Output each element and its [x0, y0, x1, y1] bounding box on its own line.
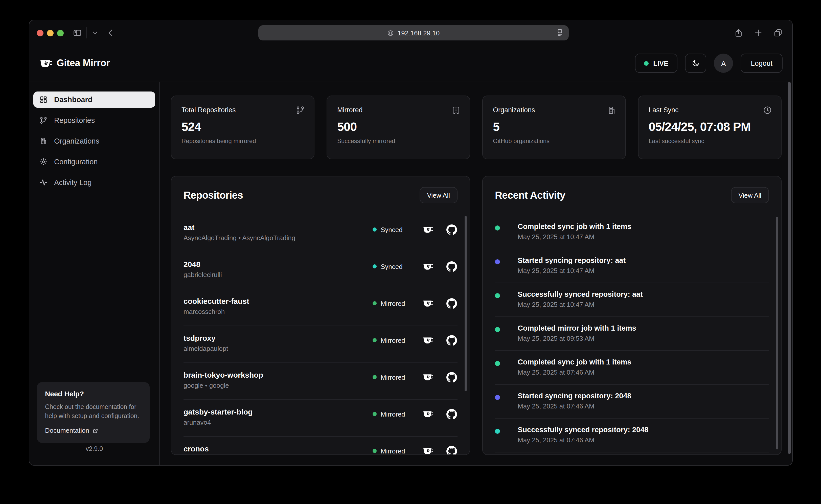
sidebar-item-icon	[39, 116, 48, 124]
gitea-link-icon[interactable]	[422, 298, 433, 308]
help-title: Need Help?	[45, 390, 142, 398]
close-window-button[interactable]	[37, 30, 43, 36]
toolbar-actions	[734, 20, 783, 45]
stat-card-title: Mirrored	[337, 106, 460, 114]
minimize-window-button[interactable]	[47, 30, 54, 36]
repository-row[interactable]: brain-tokyo-workshop google • google Mir…	[184, 363, 458, 400]
repository-owner: arunavo4	[184, 419, 373, 426]
zoom-window-button[interactable]	[57, 30, 64, 36]
gitea-link-icon[interactable]	[422, 224, 433, 235]
repositories-scrollbar[interactable]	[465, 216, 467, 391]
repository-row[interactable]: aat AsyncAlgoTrading • AsyncAlgoTrading …	[184, 215, 458, 252]
tab-overview-icon[interactable]	[773, 28, 783, 37]
github-link-icon[interactable]	[446, 409, 458, 419]
activity-dot	[495, 225, 500, 231]
repository-row[interactable]: tsdproxy almeidapaulopt Mirrored	[184, 326, 458, 363]
avatar-letter: A	[721, 59, 726, 67]
gitea-cup-icon	[39, 57, 52, 69]
page-scrollbar[interactable]	[788, 82, 791, 454]
stat-card-value: 524	[181, 120, 304, 134]
repository-name: cookiecutter-faust	[184, 297, 373, 305]
gitea-link-icon[interactable]	[422, 261, 433, 271]
repository-row[interactable]: 2048 gabrielecirulli Synced	[184, 252, 458, 289]
sidebar-item-icon	[39, 178, 48, 187]
gitea-link-icon[interactable]	[422, 446, 433, 454]
repository-actions: Mirrored	[373, 298, 458, 308]
logout-button[interactable]: Logout	[741, 54, 783, 73]
app-version: v2.9.0	[29, 445, 159, 452]
gitea-link-icon[interactable]	[422, 335, 433, 345]
theme-toggle-button[interactable]	[685, 54, 706, 73]
repositories-title: Repositories	[184, 189, 243, 201]
repository-name: aat	[184, 223, 373, 232]
avatar[interactable]: A	[714, 54, 733, 73]
stat-card-value: 05/24/25, 07:08 PM	[649, 120, 771, 134]
address-bar[interactable]: 192.168.29.10	[258, 25, 569, 40]
reader-icon[interactable]	[556, 28, 564, 38]
status-label: Mirrored	[381, 300, 405, 307]
sidebar-toggle-icon[interactable]	[73, 20, 82, 45]
activity-view-all-button[interactable]: View All	[731, 187, 769, 203]
activity-list: Completed sync job with 1 items May 25, …	[495, 215, 769, 454]
activity-row: Completed sync job with 1 items May 25, …	[495, 351, 769, 385]
activity-time: May 25, 2025 at 10:47 AM	[518, 267, 769, 274]
gitea-link-icon[interactable]	[422, 372, 433, 382]
github-link-icon[interactable]	[446, 446, 458, 454]
sidebar-item[interactable]: Activity Log	[33, 174, 155, 191]
live-label: LIVE	[653, 59, 668, 67]
github-link-icon[interactable]	[446, 261, 458, 271]
activity-dot	[495, 361, 500, 366]
activity-row: Started syncing repository: aat May 25, …	[495, 249, 769, 283]
stat-card-icon	[607, 106, 616, 115]
activity-time: May 25, 2025 at 07:46 AM	[518, 436, 769, 444]
status-dot	[373, 301, 377, 305]
repository-name: 2048	[184, 260, 373, 268]
activity-text: Completed sync job with 1 items	[518, 358, 769, 366]
activity-time: May 25, 2025 at 09:53 AM	[518, 335, 769, 342]
github-link-icon[interactable]	[446, 335, 458, 345]
status-label: Mirrored	[381, 447, 405, 454]
sidebar-divider	[36, 441, 152, 441]
stat-card-icon	[296, 106, 305, 115]
sidebar-item[interactable]: Repositories	[33, 112, 155, 128]
stat-card-subtitle: GitHub organizations	[493, 138, 615, 145]
sidebar-item[interactable]: Dashboard	[33, 91, 155, 108]
repository-owner: google • google	[184, 382, 373, 389]
stat-card-value: 5	[493, 120, 615, 134]
stat-card: Total Repositories 524 Repositories bein…	[171, 96, 314, 159]
repository-row[interactable]: cronos Mirrored	[184, 437, 458, 454]
github-link-icon[interactable]	[446, 224, 458, 235]
share-icon[interactable]	[734, 28, 743, 37]
status-label: Synced	[381, 226, 403, 233]
repository-row[interactable]: cookiecutter-faust marcosschroh Mirrored	[184, 289, 458, 326]
stat-card-icon	[451, 106, 461, 115]
activity-dot	[495, 429, 500, 434]
live-status-button[interactable]: LIVE	[635, 54, 677, 73]
repository-row[interactable]: gatsby-starter-blog arunavo4 Mirrored	[184, 400, 458, 437]
new-tab-icon[interactable]	[754, 28, 763, 37]
external-link-icon	[93, 428, 99, 434]
repository-owner: almeidapaulopt	[184, 345, 373, 352]
sidebar-item-icon	[39, 96, 48, 104]
back-button[interactable]	[106, 20, 115, 45]
repository-actions: Mirrored	[373, 335, 458, 345]
toolbar-divider	[86, 27, 87, 38]
app-logo[interactable]: Gitea Mirror	[39, 57, 110, 69]
gitea-link-icon[interactable]	[422, 409, 433, 419]
github-link-icon[interactable]	[446, 372, 458, 382]
sidebar-item[interactable]: Organizations	[33, 133, 155, 149]
sidebar-item[interactable]: Configuration	[33, 154, 155, 170]
status-badge: Mirrored	[373, 373, 409, 381]
repository-actions: Synced	[373, 224, 458, 235]
documentation-link[interactable]: Documentation	[45, 427, 142, 434]
chevron-down-icon[interactable]	[92, 20, 98, 45]
url-text: 192.168.29.10	[398, 29, 440, 37]
repositories-view-all-button[interactable]: View All	[419, 187, 458, 203]
repository-info: cronos	[184, 437, 373, 454]
sidebar-item-icon	[39, 158, 48, 166]
activity-scrollbar[interactable]	[776, 217, 778, 449]
github-link-icon[interactable]	[446, 298, 458, 308]
panels: Repositories View All aat AsyncAlgoTradi…	[171, 176, 782, 455]
repository-name: brain-tokyo-workshop	[184, 371, 373, 379]
browser-window: 192.168.29.10 Gitea Mirror LIVE	[29, 20, 793, 466]
